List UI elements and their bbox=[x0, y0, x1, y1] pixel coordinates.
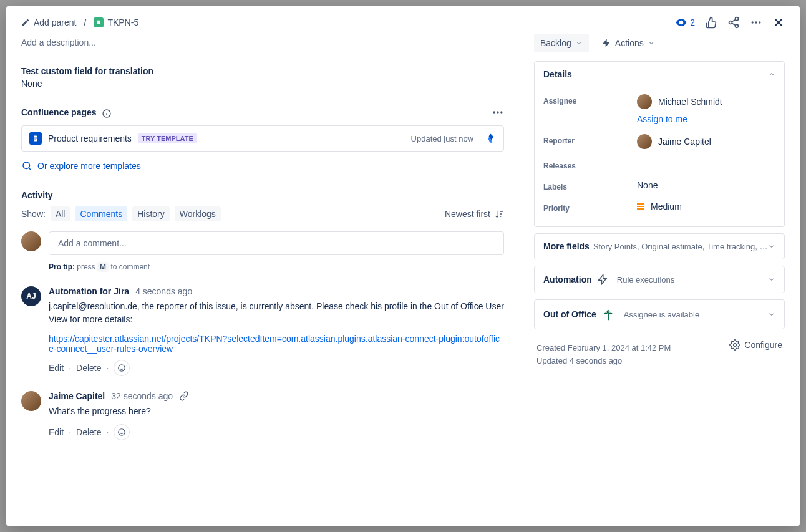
custom-field-value[interactable]: None bbox=[21, 79, 504, 89]
bolt-icon bbox=[601, 38, 611, 48]
svg-point-14 bbox=[734, 344, 737, 347]
add-reaction-button[interactable] bbox=[114, 424, 130, 440]
side-column: Backlog Actions Details Assignee bbox=[519, 29, 800, 526]
labels-value: None bbox=[637, 180, 775, 190]
sort-icon bbox=[494, 209, 504, 219]
description-field[interactable]: Add a description... bbox=[21, 34, 504, 51]
add-parent-button[interactable]: Add parent bbox=[21, 17, 77, 27]
main-column: Add a description... Test custom field f… bbox=[6, 29, 519, 526]
actions-dropdown[interactable]: Actions bbox=[595, 34, 661, 52]
chevron-down-icon bbox=[768, 243, 775, 250]
priority-value: Medium bbox=[651, 201, 682, 211]
automation-sub: Rule executions bbox=[617, 275, 675, 284]
tab-all[interactable]: All bbox=[51, 206, 70, 221]
pencil-icon bbox=[21, 18, 30, 27]
add-reaction-button[interactable] bbox=[114, 360, 130, 376]
issue-key-link[interactable]: TKPN-5 bbox=[94, 17, 138, 27]
svg-point-5 bbox=[755, 21, 757, 23]
chevron-down-icon bbox=[575, 39, 583, 47]
pro-tip: Pro tip: press M to comment bbox=[49, 263, 504, 271]
confluence-section-header: Confluence pages bbox=[21, 106, 504, 120]
releases-label: Releases bbox=[543, 159, 637, 170]
svg-point-6 bbox=[759, 21, 760, 23]
tab-history[interactable]: History bbox=[132, 206, 170, 221]
comment-delete-button[interactable]: Delete bbox=[76, 427, 101, 437]
assign-to-me-link[interactable]: Assign to me bbox=[637, 114, 775, 124]
configure-button[interactable]: Configure bbox=[729, 339, 782, 351]
more-actions-button[interactable] bbox=[750, 16, 762, 29]
comment-author[interactable]: Jaime Capitel bbox=[49, 391, 105, 401]
newest-first-label: Newest first bbox=[445, 209, 490, 219]
dots-horizontal-icon bbox=[750, 16, 762, 29]
assignee-label: Assignee bbox=[543, 94, 637, 105]
eye-icon bbox=[675, 16, 687, 29]
confluence-more-button[interactable] bbox=[492, 106, 504, 120]
chevron-down-icon bbox=[768, 276, 775, 283]
ooo-sub: Assignee is available bbox=[624, 310, 699, 319]
bolt-icon bbox=[597, 274, 608, 285]
like-button[interactable] bbox=[705, 16, 717, 29]
status-dropdown[interactable]: Backlog bbox=[534, 34, 589, 52]
svg-point-4 bbox=[752, 21, 754, 23]
out-of-office-panel[interactable]: Out of Office Assignee is available bbox=[534, 299, 785, 329]
comment-link[interactable]: https://capitester.atlassian.net/project… bbox=[49, 334, 504, 354]
confluence-page-card[interactable]: Product requirements TRY TEMPLATE Update… bbox=[21, 125, 504, 152]
comment-actions: Edit · Delete · bbox=[49, 424, 504, 440]
activity-section-label: Activity bbox=[21, 190, 504, 200]
comment-item: AJ Automation for Jira 4 seconds ago j.c… bbox=[21, 286, 504, 376]
comment-edit-button[interactable]: Edit bbox=[49, 427, 64, 437]
activity-tabs: Show: All Comments History Worklogs Newe… bbox=[21, 206, 504, 221]
comment-delete-button[interactable]: Delete bbox=[76, 363, 101, 373]
show-label: Show: bbox=[21, 209, 46, 219]
details-panel-header[interactable]: Details bbox=[535, 62, 784, 87]
svg-point-0 bbox=[681, 21, 682, 23]
svg-point-10 bbox=[500, 111, 502, 113]
watch-count: 2 bbox=[690, 17, 695, 27]
page-updated-text: Updated just now bbox=[411, 134, 473, 143]
side-buttons: Backlog Actions bbox=[534, 34, 785, 52]
automation-panel[interactable]: Automation Rule executions bbox=[534, 266, 785, 293]
sort-newest-first-button[interactable]: Newest first bbox=[445, 209, 504, 219]
explore-templates-link[interactable]: Or explore more templates bbox=[21, 157, 504, 175]
comment-text: What's the progress here? bbox=[49, 405, 504, 418]
configure-label: Configure bbox=[744, 340, 782, 350]
custom-field-label: Test custom field for translation bbox=[21, 66, 504, 76]
details-title: Details bbox=[543, 69, 572, 79]
releases-field[interactable]: Releases bbox=[543, 154, 775, 175]
reporter-name: Jaime Capitel bbox=[658, 137, 711, 147]
more-fields-sub: Story Points, Original estimate, Time tr… bbox=[593, 242, 768, 251]
assignee-field: Assignee Michael Schmidt Assign to me bbox=[543, 89, 775, 129]
comment-edit-button[interactable]: Edit bbox=[49, 363, 64, 373]
issue-key-text: TKPN-5 bbox=[107, 17, 138, 27]
priority-field[interactable]: Priority Medium bbox=[543, 196, 775, 218]
assignee-name: Michael Schmidt bbox=[658, 97, 722, 107]
svg-point-3 bbox=[736, 24, 739, 27]
share-button[interactable] bbox=[727, 16, 740, 29]
ooo-title: Out of Office bbox=[543, 309, 596, 319]
tab-worklogs[interactable]: Worklogs bbox=[175, 206, 221, 221]
info-icon[interactable] bbox=[102, 109, 112, 118]
automation-title: Automation bbox=[543, 274, 592, 284]
tab-comments[interactable]: Comments bbox=[75, 206, 127, 221]
permalink-icon[interactable] bbox=[179, 391, 189, 401]
meta-row: Created February 1, 2024 at 1:42 PM Upda… bbox=[534, 336, 785, 369]
header-actions: 2 bbox=[675, 16, 785, 29]
more-fields-panel[interactable]: More fields Story Points, Original estim… bbox=[534, 233, 785, 259]
avatar bbox=[637, 94, 652, 109]
modal-body: Add a description... Test custom field f… bbox=[6, 29, 800, 526]
comment-input[interactable]: Add a comment... bbox=[49, 231, 504, 255]
more-fields-title: More fields bbox=[543, 241, 590, 251]
watch-button[interactable]: 2 bbox=[675, 16, 695, 29]
comment-author[interactable]: Automation for Jira bbox=[49, 286, 129, 296]
close-button[interactable] bbox=[772, 16, 785, 29]
palm-tree-icon bbox=[601, 307, 615, 321]
emoji-icon bbox=[117, 364, 126, 372]
updated-text: Updated 4 seconds ago bbox=[537, 356, 671, 365]
svg-point-2 bbox=[729, 21, 732, 24]
assignee-value[interactable]: Michael Schmidt bbox=[637, 94, 775, 109]
svg-point-9 bbox=[497, 111, 498, 113]
details-panel: Details Assignee Michael Schmidt Assign … bbox=[534, 61, 785, 227]
reporter-value[interactable]: Jaime Capitel bbox=[637, 134, 775, 149]
labels-field[interactable]: Labels None bbox=[543, 175, 775, 196]
gear-icon bbox=[729, 339, 740, 351]
